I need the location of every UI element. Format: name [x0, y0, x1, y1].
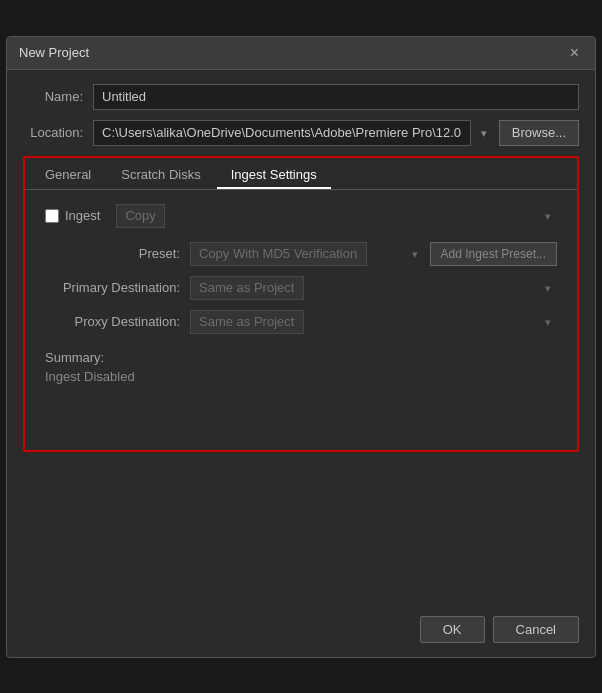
ingest-row: Ingest Copy [45, 204, 557, 228]
tabs-header: General Scratch Disks Ingest Settings [25, 158, 577, 190]
tabs-panel: General Scratch Disks Ingest Settings In… [23, 156, 579, 452]
proxy-dest-row: Proxy Destination: Same as Project [45, 310, 557, 334]
ok-button[interactable]: OK [420, 616, 485, 643]
primary-dest-label: Primary Destination: [45, 280, 190, 295]
copy-dropdown: Copy [116, 204, 165, 228]
title-bar: New Project × [7, 37, 595, 70]
ingest-checkbox-label[interactable]: Ingest [45, 208, 100, 223]
summary-section: Summary: Ingest Disabled [45, 350, 557, 384]
location-label: Location: [23, 125, 93, 140]
preset-row: Preset: Copy With MD5 Verification Add I… [45, 242, 557, 266]
tab-scratch-disks[interactable]: Scratch Disks [107, 162, 214, 189]
preset-dropdown: Copy With MD5 Verification [190, 242, 367, 266]
tab-general[interactable]: General [31, 162, 105, 189]
copy-select-wrapper: Copy [116, 204, 557, 228]
cancel-button[interactable]: Cancel [493, 616, 579, 643]
tab-ingest-settings[interactable]: Ingest Settings [217, 162, 331, 189]
close-button[interactable]: × [566, 45, 583, 61]
primary-dest-dropdown: Same as Project [190, 276, 304, 300]
dialog-body: Name: Location: C:\Users\alika\OneDrive\… [7, 70, 595, 606]
name-row: Name: [23, 84, 579, 110]
dialog-footer: OK Cancel [7, 606, 595, 657]
new-project-dialog: New Project × Name: Location: C:\Users\a… [6, 36, 596, 658]
location-row: Location: C:\Users\alika\OneDrive\Docume… [23, 120, 579, 146]
dialog-title: New Project [19, 45, 89, 60]
proxy-dest-dropdown: Same as Project [190, 310, 304, 334]
name-input[interactable] [93, 84, 579, 110]
browse-button[interactable]: Browse... [499, 120, 579, 146]
spacer [23, 462, 579, 592]
summary-label: Summary: [45, 350, 557, 365]
preset-select-wrapper: Copy With MD5 Verification [190, 242, 424, 266]
primary-dest-row: Primary Destination: Same as Project [45, 276, 557, 300]
primary-dest-wrapper: Same as Project [190, 276, 557, 300]
location-dropdown[interactable]: C:\Users\alika\OneDrive\Documents\Adobe\… [93, 120, 471, 146]
name-label: Name: [23, 89, 93, 104]
preset-label: Preset: [45, 246, 190, 261]
ingest-settings-panel: Ingest Copy Preset: Copy With MD5 Verifi… [25, 190, 577, 450]
ingest-label: Ingest [65, 208, 100, 223]
proxy-dest-label: Proxy Destination: [45, 314, 190, 329]
add-preset-button: Add Ingest Preset... [430, 242, 557, 266]
ingest-checkbox[interactable] [45, 209, 59, 223]
location-wrapper: C:\Users\alika\OneDrive\Documents\Adobe\… [93, 120, 493, 146]
proxy-dest-wrapper: Same as Project [190, 310, 557, 334]
summary-value: Ingest Disabled [45, 369, 557, 384]
